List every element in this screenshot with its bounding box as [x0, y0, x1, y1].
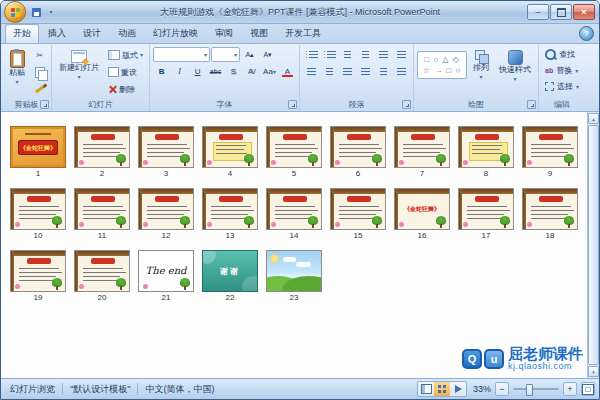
slide-thumbnail-3[interactable]	[138, 126, 194, 168]
dialog-launcher-icon[interactable]	[40, 100, 49, 109]
magnifier-icon	[545, 49, 556, 60]
qat-customize-button[interactable]: ▾	[44, 5, 58, 19]
grow-font-button[interactable]: A▴	[241, 47, 258, 62]
tab-design[interactable]: 设计	[75, 24, 109, 43]
slide-thumbnail-13[interactable]	[202, 188, 258, 230]
underline-button[interactable]: U	[189, 64, 206, 79]
shapes-gallery[interactable]: □ ○ △ ◇ ☆ → □ ○	[417, 51, 467, 79]
character-spacing-button[interactable]: AV	[243, 64, 260, 79]
italic-button[interactable]: I	[171, 64, 188, 79]
find-button[interactable]: 查找	[542, 47, 582, 62]
slide-thumbnail-23[interactable]	[266, 250, 322, 292]
tab-view[interactable]: 视图	[242, 24, 276, 43]
slide-decoration	[403, 152, 440, 153]
vertical-scrollbar[interactable]: ▴ ▾	[587, 112, 599, 378]
minimize-button[interactable]: –	[527, 4, 549, 20]
font-size-select[interactable]: ▾	[211, 47, 240, 62]
select-button[interactable]: 选择▾	[542, 79, 582, 94]
slide-thumbnail-6[interactable]	[330, 126, 386, 168]
dialog-launcher-icon[interactable]	[288, 100, 297, 109]
dialog-launcher-icon[interactable]	[527, 100, 536, 109]
slide-number: 16	[418, 231, 427, 241]
slide-thumbnail-9[interactable]	[522, 126, 578, 168]
zoom-slider-thumb[interactable]	[526, 384, 533, 396]
format-painter-button[interactable]	[31, 81, 48, 97]
text-shadow-button[interactable]: S	[225, 64, 242, 79]
copy-button[interactable]	[31, 64, 48, 80]
arrange-button[interactable]: 排列 ▾	[469, 47, 493, 99]
slide-thumbnail-22[interactable]: 谢谢	[202, 250, 258, 292]
slide-decoration	[331, 127, 385, 132]
scroll-up-icon[interactable]: ▴	[588, 113, 599, 124]
normal-view-button[interactable]	[418, 382, 434, 396]
numbering-button[interactable]	[321, 47, 338, 62]
justify-button[interactable]	[357, 64, 374, 79]
tab-insert[interactable]: 插入	[40, 24, 74, 43]
slide-thumbnail-1[interactable]: 《金蛇狂舞》	[10, 126, 66, 168]
tab-developer[interactable]: 开发工具	[277, 24, 329, 43]
slideshow-view-button[interactable]	[450, 382, 466, 396]
scrollbar-thumb[interactable]	[588, 125, 599, 365]
tab-home[interactable]: 开始	[5, 24, 39, 43]
slide-decoration	[395, 189, 449, 194]
delete-button[interactable]: 删除	[105, 81, 146, 97]
help-button[interactable]: ?	[579, 26, 594, 41]
slide-thumbnail-17[interactable]	[458, 188, 514, 230]
cut-button[interactable]: ✂	[31, 47, 48, 63]
slide-thumbnail-4[interactable]	[202, 126, 258, 168]
text-direction-button[interactable]	[393, 47, 410, 62]
shrink-font-button[interactable]: A▾	[259, 47, 276, 62]
decrease-indent-button[interactable]	[339, 47, 356, 62]
bold-button[interactable]: B	[153, 64, 170, 79]
slide-thumbnail-14[interactable]	[266, 188, 322, 230]
font-color-button[interactable]: A	[279, 64, 296, 79]
align-right-button[interactable]	[339, 64, 356, 79]
increase-indent-button[interactable]	[357, 47, 374, 62]
font-family-select[interactable]: ▾	[153, 47, 210, 62]
slide-thumbnail-11[interactable]	[74, 188, 130, 230]
slide-thumbnail-2[interactable]	[74, 126, 130, 168]
tab-animations[interactable]: 动画	[110, 24, 144, 43]
bullets-button[interactable]	[303, 47, 320, 62]
close-button[interactable]: ×	[573, 4, 595, 20]
tab-slideshow[interactable]: 幻灯片放映	[145, 24, 206, 43]
align-center-button[interactable]	[321, 64, 338, 79]
slide-thumbnail-16[interactable]: 《金蛇狂舞》	[394, 188, 450, 230]
tab-review[interactable]: 审阅	[207, 24, 241, 43]
reset-button[interactable]: 重设	[105, 64, 146, 80]
zoom-percentage[interactable]: 33%	[471, 384, 491, 394]
slide-sorter-view-button[interactable]	[434, 382, 450, 396]
slide-thumbnail-10[interactable]	[10, 188, 66, 230]
line-spacing-button[interactable]	[375, 47, 392, 62]
change-case-button[interactable]: Aa▾	[261, 64, 278, 79]
slide-thumbnail-12[interactable]	[138, 188, 194, 230]
slide-thumbnail-20[interactable]	[74, 250, 130, 292]
strikethrough-button[interactable]: abc	[207, 64, 224, 79]
columns-button[interactable]	[375, 64, 392, 79]
slide-thumbnail-15[interactable]	[330, 188, 386, 230]
design-template-label[interactable]: "默认设计模板"	[65, 383, 135, 396]
scroll-down-icon[interactable]: ▾	[588, 366, 599, 377]
language-label[interactable]: 中文(简体，中国)	[140, 383, 219, 396]
slide-thumbnail-18[interactable]	[522, 188, 578, 230]
slide-thumbnail-5[interactable]	[266, 126, 322, 168]
slide-decoration	[275, 148, 318, 149]
save-button[interactable]	[29, 5, 43, 19]
zoom-in-button[interactable]: +	[563, 382, 577, 396]
dialog-launcher-icon[interactable]	[402, 100, 411, 109]
quick-styles-button[interactable]: 快速样式 ▾	[495, 47, 535, 99]
slide-thumbnail-19[interactable]	[10, 250, 66, 292]
align-left-button[interactable]	[303, 64, 320, 79]
fit-to-window-button[interactable]	[581, 382, 595, 396]
replace-button[interactable]: ab替换▾	[542, 63, 582, 78]
layout-button[interactable]: 版式▾	[105, 47, 146, 63]
slide-thumbnail-8[interactable]	[458, 126, 514, 168]
slide-thumbnail-21[interactable]: The end	[138, 250, 194, 292]
new-slide-button[interactable]: 新建幻灯片 ▾	[55, 47, 103, 99]
maximize-button[interactable]	[550, 4, 572, 20]
smartart-button[interactable]	[393, 64, 410, 79]
slide-thumbnail-7[interactable]	[394, 126, 450, 168]
paste-button[interactable]: 粘贴 ▾	[5, 47, 29, 99]
zoom-out-button[interactable]: −	[495, 382, 509, 396]
zoom-slider[interactable]	[513, 388, 559, 390]
